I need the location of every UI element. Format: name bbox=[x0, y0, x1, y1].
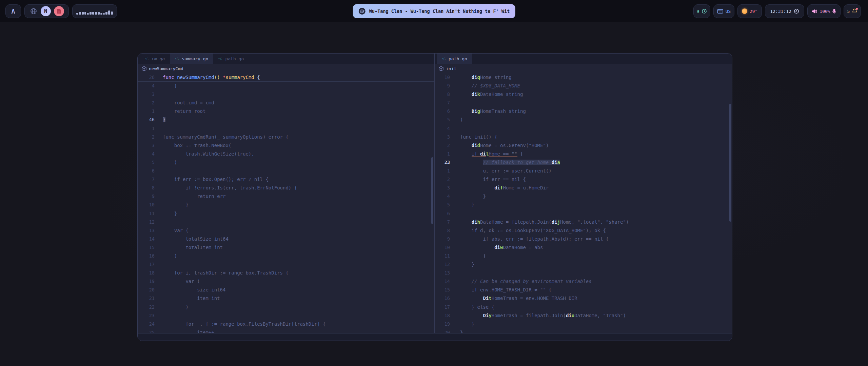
clock-pill[interactable]: 12:31:12 bbox=[765, 4, 804, 18]
code-line[interactable]: 22 ) bbox=[138, 303, 434, 311]
code-line[interactable]: 6 DigHomeTrash string bbox=[435, 107, 732, 116]
code-line[interactable]: 23 bbox=[138, 311, 434, 320]
code-line[interactable]: 14 // Can be changed by environment vari… bbox=[435, 277, 732, 286]
line-content: func init() { bbox=[450, 133, 497, 141]
line-number: 7 bbox=[138, 175, 155, 184]
line-number: 10 bbox=[435, 243, 450, 252]
code-line[interactable]: 1 u, err := user.Current() bbox=[435, 167, 732, 175]
code-line[interactable]: 9 return err bbox=[138, 192, 434, 201]
line-content: DitHomeTrash = env.HOME_TRASH_DIR bbox=[450, 294, 577, 303]
tab-label: path.go bbox=[449, 56, 467, 61]
code-line[interactable]: 4 } bbox=[138, 82, 434, 90]
code-line[interactable]: 2 if err == nil { bbox=[435, 175, 732, 184]
code-line[interactable]: 2 root.cmd = cmd bbox=[138, 99, 434, 107]
line-number: 9 bbox=[138, 192, 155, 201]
sticky-context-line[interactable]: 26func newSummaryCmd() *summaryCmd { bbox=[138, 73, 434, 82]
code-line[interactable]: 46} bbox=[138, 116, 434, 124]
right-code-area[interactable]: 10 diqHome string9 // $XDG_DATA_HOME8 di… bbox=[435, 73, 732, 333]
code-line[interactable]: 1 if dilHome == "" { bbox=[435, 150, 732, 158]
line-number: 14 bbox=[435, 277, 450, 286]
code-line[interactable]: 10 diqHome string bbox=[435, 73, 732, 82]
workspace-neovim[interactable]: N bbox=[41, 6, 51, 16]
code-line[interactable]: 11 } bbox=[435, 252, 732, 260]
code-line[interactable]: 17 bbox=[138, 260, 434, 269]
code-line[interactable]: 6 bbox=[138, 167, 434, 175]
code-line[interactable]: 9 if abs, err := filepath.Abs(d); err ==… bbox=[435, 235, 732, 243]
line-content: ) bbox=[155, 158, 177, 167]
tab-path.go[interactable]: Gpath.go bbox=[213, 54, 249, 64]
code-line[interactable]: 10 diwDataHome = abs bbox=[435, 243, 732, 252]
code-line[interactable]: 25 item++ bbox=[138, 328, 434, 333]
line-number: 4 bbox=[435, 192, 450, 201]
code-line[interactable]: 8 dikDataHome string bbox=[435, 90, 732, 99]
tab-rm.go[interactable]: Grm.go bbox=[140, 54, 170, 64]
line-number: 12 bbox=[138, 218, 155, 226]
code-line[interactable]: 3 bbox=[138, 90, 434, 99]
code-line[interactable]: 3 box := trash.NewBox( bbox=[138, 141, 434, 150]
code-line[interactable]: 7 dihDataHome = filepath.Join(dijHome, "… bbox=[435, 218, 732, 226]
notifications-pill[interactable]: 5 bbox=[844, 4, 861, 18]
code-line[interactable]: 13 bbox=[435, 269, 732, 277]
code-line[interactable]: 2 didHome = os.Getenv("HOME") bbox=[435, 141, 732, 150]
code-line[interactable]: 5 } bbox=[435, 201, 732, 209]
volume-pill[interactable]: 100% bbox=[807, 4, 841, 18]
code-line[interactable]: 18 for i, trashDir := range box.TrashDir… bbox=[138, 269, 434, 277]
workspace-files[interactable] bbox=[54, 6, 64, 16]
code-line[interactable]: 14 totalSize int64 bbox=[138, 235, 434, 243]
code-line[interactable]: 10 } bbox=[138, 201, 434, 209]
line-content: diwDataHome = abs bbox=[450, 243, 543, 252]
code-line[interactable]: 1 bbox=[138, 124, 434, 133]
code-line[interactable]: 9 // $XDG_DATA_HOME bbox=[435, 82, 732, 90]
notification-dot bbox=[856, 8, 858, 10]
code-line[interactable]: 19 var ( bbox=[138, 277, 434, 286]
code-line[interactable]: 18 DiyHomeTrash = filepath.Join(dioDataH… bbox=[435, 311, 732, 320]
code-line[interactable]: 20} bbox=[435, 328, 732, 333]
code-line[interactable]: 12 } bbox=[435, 260, 732, 269]
code-line[interactable]: 4 trash.WithGetSize(true), bbox=[138, 150, 434, 158]
line-number: 1 bbox=[138, 124, 155, 133]
line-number: 1 bbox=[435, 167, 450, 175]
left-scrollbar-thumb[interactable] bbox=[431, 157, 433, 224]
weather-pill[interactable]: 29° bbox=[737, 4, 762, 18]
code-line[interactable]: 15 totalItem int bbox=[138, 243, 434, 252]
tab-summary.go[interactable]: Gsummary.go bbox=[170, 54, 213, 64]
line-content: didHome = os.Getenv("HOME") bbox=[450, 141, 549, 150]
code-line[interactable]: 5 ) bbox=[138, 158, 434, 167]
updates-pill[interactable]: 9 bbox=[693, 4, 710, 18]
code-line[interactable]: 7 if err := box.Open(); err ≠ nil { bbox=[138, 175, 434, 184]
line-content: ) bbox=[450, 116, 463, 124]
code-line[interactable]: 12 bbox=[138, 218, 434, 226]
right-scrollbar-thumb[interactable] bbox=[729, 104, 731, 222]
code-line[interactable]: 4 } bbox=[435, 192, 732, 201]
code-line[interactable]: 21 item int bbox=[138, 294, 434, 303]
code-line[interactable]: 19 } bbox=[435, 320, 732, 328]
code-line[interactable]: 4 bbox=[435, 124, 732, 133]
code-line[interactable]: 20 size int64 bbox=[138, 286, 434, 294]
code-line[interactable]: 16 DitHomeTrash = env.HOME_TRASH_DIR bbox=[435, 294, 732, 303]
tab-label: path.go bbox=[225, 56, 244, 61]
code-line[interactable]: 3func init() { bbox=[435, 133, 732, 141]
code-line[interactable]: 11 } bbox=[138, 209, 434, 218]
code-line[interactable]: 23 // fallback to get home dia bbox=[435, 158, 732, 167]
code-line[interactable]: 2func summaryCmdRun(_ summaryOptions) er… bbox=[138, 133, 434, 141]
left-code-area[interactable]: 26func newSummaryCmd() *summaryCmd {4 }3… bbox=[138, 73, 434, 333]
code-line[interactable]: 8 if !errors.Is(err, trash.ErrNotFound) … bbox=[138, 184, 434, 192]
launcher-button[interactable]: Λ bbox=[5, 4, 21, 18]
code-line[interactable]: 8 if d, ok := os.LookupEnv("XDG_DATA_HOM… bbox=[435, 226, 732, 235]
tab-path.go[interactable]: Gpath.go bbox=[437, 54, 472, 64]
media-pill[interactable]: Wu-Tang Clan - Wu-Tang Clan Ain't Nuthin… bbox=[353, 4, 515, 18]
code-line[interactable]: 17 } else { bbox=[435, 303, 732, 311]
workspace-globe[interactable] bbox=[29, 7, 38, 15]
code-line[interactable]: 7 bbox=[435, 99, 732, 107]
code-line[interactable]: 1 return root bbox=[138, 107, 434, 116]
code-line[interactable]: 15 if env.HOME_TRASH_DIR ≠ "" { bbox=[435, 286, 732, 294]
code-line[interactable]: 3 difHome = u.HomeDir bbox=[435, 184, 732, 192]
line-content bbox=[450, 99, 460, 107]
code-line[interactable]: 16 ) bbox=[138, 252, 434, 260]
code-line[interactable]: 6 bbox=[435, 209, 732, 218]
line-content: } bbox=[450, 328, 463, 333]
code-line[interactable]: 13 var ( bbox=[138, 226, 434, 235]
keyboard-layout-pill[interactable]: US bbox=[713, 4, 734, 18]
code-line[interactable]: 5) bbox=[435, 116, 732, 124]
code-line[interactable]: 24 for _, f := range box.FilesByTrashDir… bbox=[138, 320, 434, 328]
